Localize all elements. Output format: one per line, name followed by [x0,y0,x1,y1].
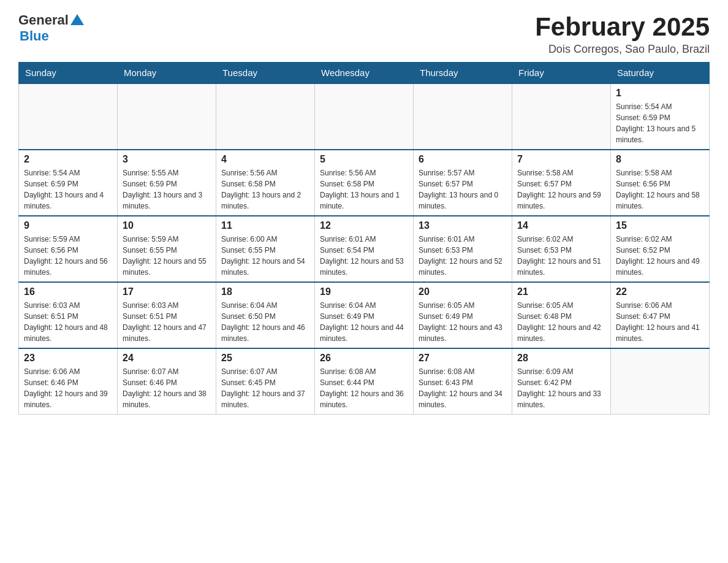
calendar-day-cell: 8Sunrise: 5:58 AM Sunset: 6:56 PM Daylig… [611,150,710,216]
day-number: 15 [616,220,704,231]
day-number: 14 [517,220,605,231]
day-info: Sunrise: 6:04 AM Sunset: 6:50 PM Dayligh… [221,300,309,344]
day-info: Sunrise: 6:04 AM Sunset: 6:49 PM Dayligh… [320,300,408,344]
calendar-day-cell: 2Sunrise: 5:54 AM Sunset: 6:59 PM Daylig… [19,150,118,216]
day-number: 21 [517,286,605,297]
calendar-day-cell: 25Sunrise: 6:07 AM Sunset: 6:45 PM Dayli… [216,348,315,415]
day-number: 22 [616,286,704,297]
calendar-day-cell: 27Sunrise: 6:08 AM Sunset: 6:43 PM Dayli… [414,348,512,415]
day-info: Sunrise: 5:58 AM Sunset: 6:56 PM Dayligh… [616,167,704,212]
calendar-day-header: Thursday [414,63,512,84]
day-number: 1 [616,88,704,99]
day-number: 12 [320,220,408,231]
calendar-day-cell: 18Sunrise: 6:04 AM Sunset: 6:50 PM Dayli… [216,282,315,348]
calendar-day-cell: 9Sunrise: 5:59 AM Sunset: 6:56 PM Daylig… [19,216,118,282]
calendar-day-cell [512,83,611,150]
logo: General Blue [18,12,84,44]
calendar-day-header: Saturday [611,63,710,84]
day-number: 26 [320,353,408,364]
calendar-week-row: 2Sunrise: 5:54 AM Sunset: 6:59 PM Daylig… [19,150,710,216]
day-info: Sunrise: 6:02 AM Sunset: 6:53 PM Dayligh… [517,234,605,278]
day-info: Sunrise: 5:54 AM Sunset: 6:59 PM Dayligh… [24,167,112,212]
calendar-header-row: SundayMondayTuesdayWednesdayThursdayFrid… [19,63,710,84]
calendar-day-cell: 7Sunrise: 5:58 AM Sunset: 6:57 PM Daylig… [512,150,611,216]
day-info: Sunrise: 6:06 AM Sunset: 6:47 PM Dayligh… [616,300,704,344]
day-number: 4 [221,154,309,165]
calendar-day-cell: 6Sunrise: 5:57 AM Sunset: 6:57 PM Daylig… [414,150,512,216]
day-info: Sunrise: 6:09 AM Sunset: 6:42 PM Dayligh… [517,366,605,410]
calendar-day-cell: 22Sunrise: 6:06 AM Sunset: 6:47 PM Dayli… [611,282,710,348]
day-info: Sunrise: 6:03 AM Sunset: 6:51 PM Dayligh… [24,300,112,344]
calendar-day-cell: 11Sunrise: 6:00 AM Sunset: 6:55 PM Dayli… [216,216,315,282]
calendar-day-header: Sunday [19,63,118,84]
day-info: Sunrise: 6:05 AM Sunset: 6:49 PM Dayligh… [419,300,507,344]
calendar-day-cell: 26Sunrise: 6:08 AM Sunset: 6:44 PM Dayli… [315,348,414,415]
day-number: 5 [320,154,408,165]
day-info: Sunrise: 5:58 AM Sunset: 6:57 PM Dayligh… [517,167,605,212]
day-number: 16 [24,286,112,297]
day-info: Sunrise: 5:56 AM Sunset: 6:58 PM Dayligh… [221,167,309,212]
page-header: General Blue February 2025 Dois Corregos… [18,12,710,56]
day-number: 20 [419,286,507,297]
calendar-day-cell: 24Sunrise: 6:07 AM Sunset: 6:46 PM Dayli… [118,348,216,415]
calendar-day-cell [19,83,118,150]
calendar-day-cell: 16Sunrise: 6:03 AM Sunset: 6:51 PM Dayli… [19,282,118,348]
calendar-day-header: Friday [512,63,611,84]
calendar-day-cell: 20Sunrise: 6:05 AM Sunset: 6:49 PM Dayli… [414,282,512,348]
day-number: 13 [419,220,507,231]
calendar-day-cell: 4Sunrise: 5:56 AM Sunset: 6:58 PM Daylig… [216,150,315,216]
day-number: 11 [221,220,309,231]
day-info: Sunrise: 6:07 AM Sunset: 6:45 PM Dayligh… [221,366,309,410]
calendar-day-cell: 10Sunrise: 5:59 AM Sunset: 6:55 PM Dayli… [118,216,216,282]
calendar-table: SundayMondayTuesdayWednesdayThursdayFrid… [18,62,710,415]
day-number: 19 [320,286,408,297]
calendar-day-cell: 21Sunrise: 6:05 AM Sunset: 6:48 PM Dayli… [512,282,611,348]
calendar-day-cell: 23Sunrise: 6:06 AM Sunset: 6:46 PM Dayli… [19,348,118,415]
calendar-day-cell: 5Sunrise: 5:56 AM Sunset: 6:58 PM Daylig… [315,150,414,216]
day-info: Sunrise: 6:01 AM Sunset: 6:54 PM Dayligh… [320,234,408,278]
day-info: Sunrise: 6:08 AM Sunset: 6:44 PM Dayligh… [320,366,408,410]
calendar-week-row: 1Sunrise: 5:54 AM Sunset: 6:59 PM Daylig… [19,83,710,150]
day-info: Sunrise: 5:56 AM Sunset: 6:58 PM Dayligh… [320,167,408,212]
day-info: Sunrise: 5:59 AM Sunset: 6:56 PM Dayligh… [24,234,112,278]
month-title: February 2025 [535,12,710,42]
day-info: Sunrise: 6:00 AM Sunset: 6:55 PM Dayligh… [221,234,309,278]
day-info: Sunrise: 6:02 AM Sunset: 6:52 PM Dayligh… [616,234,704,278]
day-info: Sunrise: 6:05 AM Sunset: 6:48 PM Dayligh… [517,300,605,344]
day-number: 24 [123,353,211,364]
day-number: 3 [123,154,211,165]
calendar-day-cell: 19Sunrise: 6:04 AM Sunset: 6:49 PM Dayli… [315,282,414,348]
day-number: 9 [24,220,112,231]
day-number: 8 [616,154,704,165]
calendar-week-row: 9Sunrise: 5:59 AM Sunset: 6:56 PM Daylig… [19,216,710,282]
calendar-day-cell: 28Sunrise: 6:09 AM Sunset: 6:42 PM Dayli… [512,348,611,415]
day-info: Sunrise: 5:57 AM Sunset: 6:57 PM Dayligh… [419,167,507,212]
calendar-day-cell: 12Sunrise: 6:01 AM Sunset: 6:54 PM Dayli… [315,216,414,282]
day-info: Sunrise: 6:06 AM Sunset: 6:46 PM Dayligh… [24,366,112,410]
calendar-day-cell: 3Sunrise: 5:55 AM Sunset: 6:59 PM Daylig… [118,150,216,216]
calendar-day-header: Tuesday [216,63,315,84]
calendar-day-header: Wednesday [315,63,414,84]
calendar-day-cell [611,348,710,415]
calendar-day-cell [118,83,216,150]
logo-general-text: General [18,12,69,28]
day-number: 2 [24,154,112,165]
day-number: 28 [517,353,605,364]
calendar-week-row: 16Sunrise: 6:03 AM Sunset: 6:51 PM Dayli… [19,282,710,348]
day-number: 10 [123,220,211,231]
day-number: 17 [123,286,211,297]
location-subtitle: Dois Corregos, Sao Paulo, Brazil [535,43,710,56]
day-info: Sunrise: 5:54 AM Sunset: 6:59 PM Dayligh… [616,101,704,145]
calendar-day-cell [216,83,315,150]
logo-triangle-icon [70,13,84,26]
day-info: Sunrise: 6:08 AM Sunset: 6:43 PM Dayligh… [419,366,507,410]
calendar-week-row: 23Sunrise: 6:06 AM Sunset: 6:46 PM Dayli… [19,348,710,415]
calendar-day-cell: 13Sunrise: 6:01 AM Sunset: 6:53 PM Dayli… [414,216,512,282]
calendar-day-cell: 1Sunrise: 5:54 AM Sunset: 6:59 PM Daylig… [611,83,710,150]
title-section: February 2025 Dois Corregos, Sao Paulo, … [535,12,710,56]
calendar-day-cell: 15Sunrise: 6:02 AM Sunset: 6:52 PM Dayli… [611,216,710,282]
calendar-day-cell: 14Sunrise: 6:02 AM Sunset: 6:53 PM Dayli… [512,216,611,282]
day-info: Sunrise: 5:59 AM Sunset: 6:55 PM Dayligh… [123,234,211,278]
day-info: Sunrise: 6:07 AM Sunset: 6:46 PM Dayligh… [123,366,211,410]
calendar-day-cell: 17Sunrise: 6:03 AM Sunset: 6:51 PM Dayli… [118,282,216,348]
